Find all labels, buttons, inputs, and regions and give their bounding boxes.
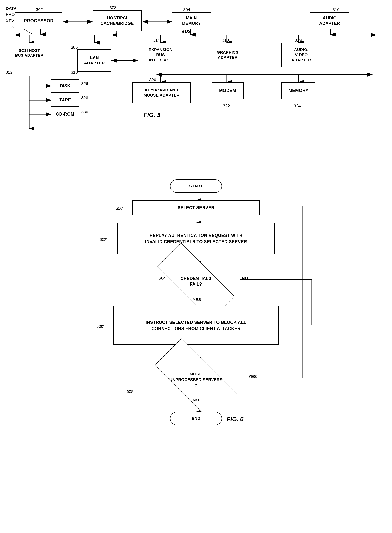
tape-box: TAPE — [51, 94, 79, 107]
audio-adapter-box: AUDIO ADAPTER — [310, 12, 350, 29]
yes2-label: YES — [248, 374, 257, 379]
audio-video-ref: 319 — [295, 38, 302, 43]
processor-ref: 302 — [36, 7, 43, 12]
memory-ref: 324 — [294, 103, 301, 108]
host-pci-box: HOST/PCI CACHE/BRIDGE — [93, 10, 142, 31]
cred-fail-ref: 604 — [159, 276, 166, 281]
start-oval: START — [170, 179, 222, 193]
keyboard-mouse-box: KEYBOARD AND MOUSE ADAPTER — [132, 82, 191, 103]
yes1-label: YES — [193, 297, 201, 302]
graphics-ref: 318 — [222, 38, 229, 43]
disk-ref: 326 — [81, 81, 88, 86]
fig3-label: FIG. 3 — [144, 112, 160, 118]
main-memory-box: MAIN MEMORY — [172, 12, 211, 29]
credentials-fail-diamond: CREDENTIALS FAIL? — [149, 263, 243, 300]
ref-tilde-606: ~ — [101, 323, 104, 328]
cdrom-box: CD-ROM — [51, 108, 79, 121]
modem-ref: 322 — [223, 103, 230, 108]
lan-adapter-box: LAN ADAPTER — [77, 49, 112, 72]
scsi-host-box: SCSI HOST BUS ADAPTER — [8, 42, 51, 63]
ref-tilde-600: ~ — [121, 205, 123, 210]
audio-adapter-ref: 316 — [332, 7, 340, 12]
select-server-box: SELECT SERVER — [132, 200, 260, 215]
tape-ref: 328 — [81, 95, 88, 100]
ref-tilde-602: ~ — [104, 236, 107, 241]
end-oval: END — [170, 412, 222, 425]
disk-box: DISK — [51, 79, 79, 93]
lan-ref: 306 — [71, 45, 78, 50]
scsi-ref: 312 — [6, 70, 13, 75]
main-memory-ref: 304 — [183, 7, 190, 12]
memory-box: MEMORY — [281, 82, 316, 99]
bus-label: BUS — [181, 29, 191, 34]
instruct-block-box: INSTRUCT SELECTED SERVER TO BLOCK ALL CO… — [113, 306, 279, 345]
more-servers-ref: 608 — [126, 389, 134, 394]
lan-ref2: 310 — [71, 70, 78, 75]
diagram-container: DATA PROCESSING SYSTEM 300 PROCESSOR 302… — [0, 0, 392, 533]
processor-box: PROCESSOR — [15, 12, 62, 29]
host-pci-ref: 308 — [110, 5, 117, 10]
no1-label: NO — [242, 276, 248, 281]
expansion-ref: 314 — [153, 38, 160, 43]
fig6-label: FIG. 6 — [227, 416, 243, 423]
expansion-bus-box: EXPANSION BUS INTERFACE — [138, 42, 183, 67]
graphics-adapter-box: GRAPHICS ADAPTER — [208, 42, 247, 67]
replay-auth-box: REPLAY AUTHENTICATION REQUEST WITH INVAL… — [117, 223, 275, 254]
keyboard-ref: 320 — [149, 77, 156, 82]
cdrom-ref: 330 — [81, 110, 88, 114]
audio-video-box: AUDIO/ VIDEO ADAPTER — [281, 42, 321, 67]
no2-label: NO — [193, 398, 199, 403]
modem-box: MODEM — [212, 82, 244, 99]
more-servers-diamond: MORE UNPROCESSED SERVERS ? — [145, 359, 247, 401]
